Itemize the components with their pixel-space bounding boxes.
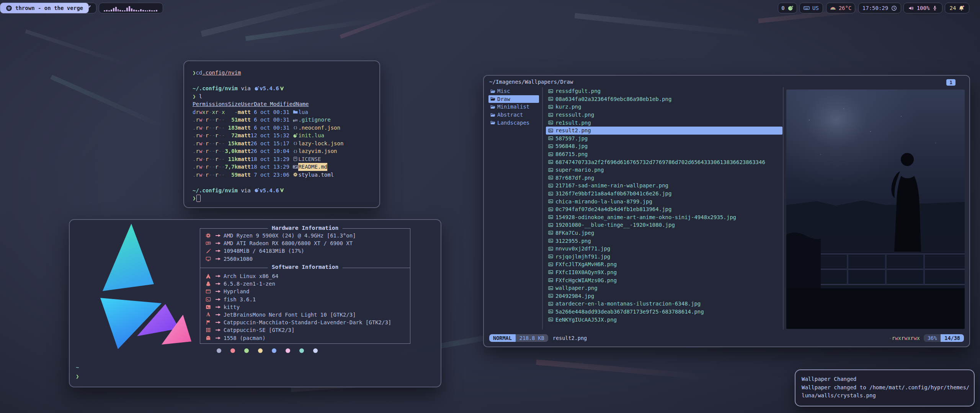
file-item[interactable]: EeNKYgIUcAAJ5JX.png	[546, 315, 782, 324]
color-dot	[217, 348, 221, 353]
sidebar-item-landscapes[interactable]: Landscapes	[488, 119, 539, 127]
tray-idle-module[interactable]: 0	[778, 3, 797, 13]
file-item[interactable]: nnvuv0xj2df71.jpg	[546, 245, 782, 253]
volume-label: 100%	[917, 5, 930, 11]
file-item[interactable]: FXfcII0X0AQyn9X.png	[546, 268, 782, 276]
file-item[interactable]: 20492984.jpg	[546, 292, 782, 300]
tray-audio[interactable]: 100%	[903, 3, 942, 13]
file-item[interactable]: 154928-odinokoe_anime-art-anime-okno-sin…	[546, 213, 782, 221]
notification-title: Wallpaper Changed	[802, 375, 968, 384]
gear-icon	[293, 172, 298, 177]
tray-date[interactable]: 24	[945, 3, 969, 13]
file-manager-window[interactable]: ~/Imagenes/Wallpapers/Draw 1 MiscDrawMin…	[483, 75, 970, 347]
image-icon	[548, 89, 553, 94]
fetch-info-row: 1558 (pacman)	[204, 334, 408, 342]
arrow-icon	[216, 248, 221, 254]
openfolder-icon	[490, 96, 495, 101]
fetch-window[interactable]: Hardware Information Software Informatio…	[69, 219, 441, 387]
file-item[interactable]: 217167-sad-anime-rain-wallpaper.png	[546, 182, 782, 190]
active-window-title[interactable]: thrown - on the verge	[0, 3, 89, 13]
fetch-info-row: Catppuccin-Macchiato-Standard-Lavender-D…	[204, 319, 408, 326]
image-icon	[548, 104, 553, 109]
tray-keyboard-layout[interactable]: US	[799, 3, 823, 13]
tray-clock[interactable]: 17:50:29	[858, 3, 901, 13]
file-item[interactable]: ressdfgult.png	[546, 87, 782, 95]
tab-badge[interactable]: 1	[946, 79, 956, 86]
terminal-line: ~/.config/nvim via v5.4.6	[193, 187, 379, 195]
packages-icon	[206, 335, 211, 341]
file-item[interactable]: super-mario.png	[546, 166, 782, 174]
notification-toast[interactable]: Wallpaper Changed Wallpaper changed to /…	[795, 369, 975, 406]
file-item[interactable]: 87r687df.png	[546, 174, 782, 182]
file-item[interactable]: 68747470733a2f2f696d616765732d7769786d70…	[546, 158, 782, 166]
braces-icon: {}	[293, 125, 298, 130]
file-item[interactable]: chica-mirando-la-luna-8799.jpg	[546, 197, 782, 205]
rainbow-icon	[830, 5, 836, 11]
arrow-icon	[216, 320, 221, 325]
image-icon	[548, 293, 553, 298]
file-item[interactable]: 866715.png	[546, 150, 782, 158]
color-dot	[244, 348, 249, 353]
ls-row: .rw-r--r-- 15k matt 26 oct 15:17 {} lazy…	[193, 140, 379, 148]
ls-row: .rw-r--r-- 59 matt 7 oct 23:06 stylua.to…	[193, 171, 379, 179]
file-item[interactable]: kurz.png	[546, 103, 782, 111]
sidebar-item-minimalist[interactable]: Minimalist	[488, 103, 539, 111]
file-item[interactable]: 8FKa7Cu.jpeg	[546, 229, 782, 237]
file-item[interactable]: FXfcHgcWIAMzs0G.png	[546, 276, 782, 284]
terminal-color-dots	[217, 348, 318, 353]
image-icon	[548, 183, 553, 188]
breadcrumb-path: ~/Imagenes/Wallpapers/Draw	[489, 79, 573, 85]
file-item[interactable]: 08a634fa02a32364f69ebc86a98eb1eb.png	[546, 95, 782, 103]
file-item[interactable]: wallpaper.png	[546, 284, 782, 292]
file-item[interactable]: 0c794faf07de24a4db4d4fb1eb813964.jpg	[546, 205, 782, 213]
file-item[interactable]: re1sult.png	[546, 119, 782, 127]
arrow-icon	[216, 304, 221, 310]
image-icon	[548, 152, 553, 157]
gpu-icon	[206, 241, 211, 246]
file-item[interactable]: 596848.jpg	[546, 142, 782, 150]
audio-visualizer	[99, 3, 163, 13]
scroll-percent-badge: 36%	[924, 334, 941, 342]
svg-text:{}: {}	[293, 141, 297, 145]
image-icon	[548, 317, 553, 322]
svg-text:{}: {}	[293, 149, 297, 153]
braces-icon: {}	[293, 149, 298, 154]
markdown-icon	[293, 164, 298, 169]
folder-icon	[293, 109, 298, 114]
cpu-icon	[206, 233, 211, 238]
terminal-window[interactable]: ❯ cd .config/nvim ~/.config/nvim via v5.…	[183, 60, 380, 208]
memory-icon	[206, 248, 211, 254]
icons-icon	[206, 327, 211, 333]
crystal-logo	[77, 223, 191, 349]
image-icon	[548, 215, 553, 220]
ls-row: .rw-r--r-- 183 matt 6 oct 00:31 {} .neoc…	[193, 124, 379, 132]
sidebar-item-draw[interactable]: Draw	[488, 95, 539, 103]
terminal-body: ❯ cd .config/nvim ~/.config/nvim via v5.…	[184, 61, 379, 202]
image-icon	[548, 128, 553, 133]
image-icon	[548, 136, 553, 141]
file-item[interactable]: 587597.jpg	[546, 135, 782, 143]
terminal-line: ~/.config/nvim via v5.4.6	[193, 85, 379, 93]
color-dot	[286, 348, 290, 353]
svg-text:{}: {}	[293, 125, 297, 130]
tray-weather[interactable]: 26°C	[826, 3, 855, 13]
window-title-text: thrown - on the verge	[15, 5, 83, 11]
software-section-title: Software Information	[268, 264, 343, 270]
desktop: V thrown - on the verge 0 US 26°C 17:50:…	[0, 0, 980, 413]
file-item[interactable]: atardecer-en-la-montanas-ilustracion-634…	[546, 300, 782, 308]
file-item[interactable]: result2.png	[546, 127, 782, 135]
file-item[interactable]: 5a266e448add93deab367d87173e9f25-6837886…	[546, 308, 782, 316]
file-item[interactable]: 3122955.png	[546, 237, 782, 245]
file-item[interactable]: FXfcJlTXgAMvH6R.png	[546, 260, 782, 268]
file-item[interactable]: resssult.png	[546, 111, 782, 119]
color-dot	[272, 348, 276, 353]
fetch-info-row: kitty	[204, 303, 408, 311]
file-item[interactable]: 19201080-__blue-tinge__-1920×1080.jpg	[546, 221, 782, 229]
file-item[interactable]: rsjqojlmjhf91.jpg	[546, 252, 782, 260]
file-item[interactable]: 3126f7e9bbf21a8a4af0b67b041c6e26.jpg	[546, 190, 782, 198]
image-icon	[548, 199, 553, 204]
hardware-rows: AMD Ryzen 9 5900X (24) @ 4.9GHz [61.3°on…	[204, 232, 408, 263]
fetch-info-row: AJetBrainsMono Nerd Font Light 10 [GTK2/…	[204, 311, 408, 319]
sidebar-item-misc[interactable]: Misc	[488, 87, 539, 95]
sidebar-item-abstract[interactable]: Abstract	[488, 111, 539, 119]
